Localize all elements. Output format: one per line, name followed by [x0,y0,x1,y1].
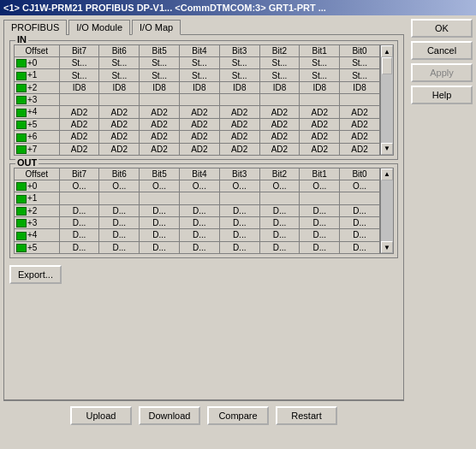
data-cell[interactable]: St... [99,69,140,81]
data-cell[interactable]: O... [219,180,259,192]
data-cell[interactable]: ID8 [99,81,140,93]
data-cell[interactable]: AD2 [259,131,300,143]
data-cell[interactable] [340,94,380,106]
data-cell[interactable]: St... [259,57,300,69]
data-cell[interactable]: St... [340,57,380,69]
data-cell[interactable] [219,94,259,106]
in-scroll-up[interactable]: ▲ [381,45,393,57]
data-cell[interactable]: D... [259,229,300,241]
data-cell[interactable]: D... [300,216,340,228]
data-cell[interactable]: D... [219,241,259,253]
data-cell[interactable]: D... [300,204,340,216]
in-scrollbar[interactable]: ▲ ▼ [380,44,394,156]
data-cell[interactable] [340,192,380,204]
out-scroll-down[interactable]: ▼ [381,241,393,253]
data-cell[interactable]: D... [219,204,259,216]
data-cell[interactable]: AD2 [179,131,219,143]
data-cell[interactable]: D... [219,229,259,241]
data-cell[interactable]: D... [59,229,99,241]
data-cell[interactable]: AD2 [300,118,340,130]
data-cell[interactable] [59,192,99,204]
data-cell[interactable]: D... [179,204,219,216]
data-cell[interactable]: AD2 [140,131,180,143]
table-row[interactable]: +0St...St...St...St...St...St...St...St.… [15,57,380,69]
data-cell[interactable]: AD2 [59,118,99,130]
data-cell[interactable]: D... [99,204,140,216]
data-cell[interactable]: AD2 [340,106,380,118]
data-cell[interactable]: AD2 [99,106,140,118]
data-cell[interactable]: D... [140,204,180,216]
data-cell[interactable]: AD2 [140,106,180,118]
data-cell[interactable]: O... [99,180,140,192]
data-cell[interactable]: AD2 [300,106,340,118]
data-cell[interactable]: D... [99,241,140,253]
data-cell[interactable]: AD2 [99,118,140,130]
data-cell[interactable]: St... [140,57,180,69]
data-cell[interactable]: AD2 [219,131,259,143]
data-cell[interactable]: AD2 [219,106,259,118]
tab-profibus[interactable]: PROFIBUS [3,20,67,35]
data-cell[interactable]: ID8 [300,81,340,93]
restart-button[interactable]: Restart [276,406,337,425]
data-cell[interactable]: St... [179,69,219,81]
data-cell[interactable] [300,94,340,106]
data-cell[interactable]: AD2 [59,131,99,143]
table-row[interactable]: +2D...D...D...D...D...D...D...D... [15,204,380,216]
data-cell[interactable]: D... [340,229,380,241]
data-cell[interactable] [99,94,140,106]
data-cell[interactable]: St... [259,69,300,81]
table-row[interactable]: +6AD2AD2AD2AD2AD2AD2AD2AD2 [15,131,380,143]
data-cell[interactable]: D... [340,241,380,253]
data-cell[interactable]: AD2 [179,106,219,118]
data-cell[interactable]: AD2 [340,143,380,155]
data-cell[interactable]: AD2 [140,118,180,130]
out-scroll-up[interactable]: ▲ [381,168,393,180]
data-cell[interactable]: AD2 [259,118,300,130]
data-cell[interactable]: ID8 [259,81,300,93]
data-cell[interactable]: ID8 [59,81,99,93]
in-scroll-thumb[interactable] [382,57,392,74]
data-cell[interactable]: AD2 [59,106,99,118]
data-cell[interactable] [259,94,300,106]
data-cell[interactable]: D... [140,229,180,241]
data-cell[interactable]: D... [219,216,259,228]
download-button[interactable]: Download [139,406,200,425]
data-cell[interactable]: St... [340,69,380,81]
data-cell[interactable]: AD2 [179,143,219,155]
data-cell[interactable]: ID8 [219,81,259,93]
data-cell[interactable]: St... [300,69,340,81]
data-cell[interactable]: ID8 [179,81,219,93]
data-cell[interactable]: D... [99,229,140,241]
data-cell[interactable]: St... [179,57,219,69]
data-cell[interactable]: AD2 [340,131,380,143]
table-row[interactable]: +7AD2AD2AD2AD2AD2AD2AD2AD2 [15,143,380,155]
data-cell[interactable] [219,192,259,204]
data-cell[interactable]: D... [300,229,340,241]
table-row[interactable]: +4AD2AD2AD2AD2AD2AD2AD2AD2 [15,106,380,118]
data-cell[interactable]: AD2 [140,143,180,155]
data-cell[interactable]: St... [300,57,340,69]
data-cell[interactable]: St... [140,69,180,81]
data-cell[interactable]: AD2 [300,143,340,155]
data-cell[interactable]: AD2 [259,106,300,118]
table-row[interactable]: +0O...O...O...O...O...O...O...O... [15,180,380,192]
data-cell[interactable] [140,94,180,106]
in-scroll-track[interactable] [381,57,393,143]
table-row[interactable]: +3D...D...D...D...D...D...D...D... [15,216,380,228]
upload-button[interactable]: Upload [70,406,132,425]
table-row[interactable]: +3 [15,94,380,106]
data-cell[interactable]: O... [340,180,380,192]
table-row[interactable]: +1 [15,192,380,204]
data-cell[interactable]: ID8 [340,81,380,93]
data-cell[interactable] [179,192,219,204]
apply-button[interactable]: Apply [411,63,473,82]
data-cell[interactable] [59,94,99,106]
table-row[interactable]: +5AD2AD2AD2AD2AD2AD2AD2AD2 [15,118,380,130]
data-cell[interactable]: D... [259,241,300,253]
data-cell[interactable]: AD2 [179,118,219,130]
data-cell[interactable]: D... [340,204,380,216]
data-cell[interactable]: D... [259,204,300,216]
data-cell[interactable]: D... [59,216,99,228]
data-cell[interactable] [300,192,340,204]
data-cell[interactable]: St... [59,57,99,69]
